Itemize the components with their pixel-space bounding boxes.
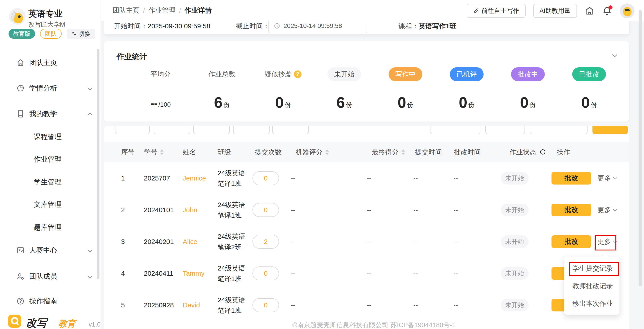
- stat-plagiarism: 疑似抄袭 ? 0份: [252, 41, 314, 122]
- go-write-button[interactable]: 前往自主写作: [467, 4, 526, 18]
- cell-machine-score: --: [291, 270, 295, 277]
- refresh-icon[interactable]: [539, 148, 546, 156]
- notifications-bell[interactable]: [602, 6, 612, 16]
- sidebar-item-guide[interactable]: 操作指南: [0, 293, 97, 309]
- cell-submit-time: --: [413, 301, 418, 309]
- page-scrollbar[interactable]: [638, 10, 642, 286]
- breadcrumb-team-home[interactable]: 团队主页: [112, 6, 140, 15]
- student-table-card: 序号 学号 姓名 班级 提交次数 机器评分 最终得分 提交时间 批改时间 作业状…: [104, 126, 629, 329]
- status-badge: 未开始: [501, 204, 528, 216]
- cell-student-id: 20240411: [144, 270, 173, 277]
- filter-input[interactable]: [193, 126, 230, 134]
- breadcrumb-homework-mgmt[interactable]: 作业管理: [148, 6, 176, 15]
- submit-count-pill[interactable]: 0: [252, 171, 279, 185]
- student-name-link[interactable]: David: [183, 301, 200, 309]
- col-status: 作业状态: [510, 148, 546, 156]
- status-badge: 已机评: [450, 67, 484, 81]
- book-icon: [16, 110, 25, 118]
- help-question-icon[interactable]: ?: [294, 70, 302, 78]
- status-badge: 写作中: [388, 67, 422, 81]
- brand-name: 改写匠: [26, 316, 56, 329]
- help-icon: [16, 297, 25, 305]
- filter-select[interactable]: [530, 126, 588, 134]
- status-badge: 未开始: [501, 236, 528, 248]
- cell-class: 24级英语笔译1班: [218, 294, 245, 316]
- sort-icon[interactable]: [402, 149, 405, 155]
- start-time-value: 2025-09-30 09:59:58: [148, 22, 210, 30]
- sidebar-item-team-members[interactable]: 团队成员: [0, 268, 97, 284]
- sidebar-item-student-mgmt[interactable]: 学生管理: [0, 174, 97, 190]
- more-button[interactable]: 更多: [598, 205, 616, 214]
- sidebar-item-course-mgmt[interactable]: 课程管理: [0, 129, 97, 145]
- menu-item-teacher-reviews[interactable]: 教师批改记录: [564, 277, 620, 295]
- ai-filter-select[interactable]: [430, 126, 480, 134]
- cell-index: 5: [121, 301, 125, 309]
- switch-button[interactable]: 切换: [66, 29, 95, 39]
- status-badge: 未开始: [501, 299, 528, 312]
- student-name-link[interactable]: Alice: [183, 238, 197, 246]
- team-avatar: [9, 8, 26, 25]
- menu-item-student-submissions[interactable]: 学生提交记录: [564, 260, 620, 277]
- status-badge: 批改中: [511, 67, 545, 81]
- filter-input[interactable]: [154, 126, 190, 134]
- sidebar-item-team-home[interactable]: 团队主页: [0, 55, 97, 71]
- col-student-id[interactable]: 学号: [144, 148, 164, 156]
- filter-input[interactable]: [115, 126, 150, 134]
- breadcrumb: 团队主页 / 作业管理 / 作业详情: [112, 0, 212, 21]
- filter-input[interactable]: [233, 126, 270, 134]
- cell-final-score: --: [367, 301, 371, 309]
- filter-select[interactable]: [485, 126, 525, 134]
- review-button[interactable]: 批改: [552, 204, 591, 216]
- submit-count-pill[interactable]: 0: [252, 266, 279, 280]
- review-button[interactable]: 批改: [552, 236, 591, 248]
- chevron-down-icon: [88, 248, 93, 253]
- col-final-score[interactable]: 最终得分: [372, 148, 405, 156]
- edition-badge: 教育版: [8, 29, 35, 39]
- col-index: 序号: [121, 148, 134, 156]
- sidebar-scrollbar[interactable]: [97, 49, 100, 279]
- pencil-icon: [473, 8, 479, 14]
- stat-average: 平均分 -- /100: [130, 41, 191, 122]
- sidebar-item-analytics[interactable]: 学情分析: [0, 80, 97, 96]
- cell-machine-score: --: [291, 206, 295, 214]
- home-icon: [16, 58, 25, 67]
- review-button[interactable]: 批改: [552, 172, 591, 184]
- cell-index: 2: [121, 206, 125, 214]
- ai-usage-button[interactable]: AI助教用量: [533, 4, 577, 18]
- sidebar-item-library-mgmt[interactable]: 文库管理: [0, 197, 97, 212]
- user-avatar[interactable]: [620, 4, 634, 18]
- student-name-link[interactable]: Tammy: [183, 270, 204, 277]
- chevron-down-icon: [613, 239, 617, 243]
- sidebar-item-my-teaching[interactable]: 我的教学: [0, 106, 97, 122]
- cell-submit-time: --: [413, 270, 418, 277]
- student-name-link[interactable]: Jennice: [183, 174, 206, 182]
- team-badge: 团队: [40, 29, 62, 39]
- cell-student-id: 20240101: [144, 206, 174, 214]
- cell-class: 24级英语笔译1班: [218, 200, 245, 220]
- student-name-link[interactable]: John: [183, 206, 197, 214]
- col-machine-score[interactable]: 机器评分: [296, 148, 329, 156]
- submit-count-pill[interactable]: 0: [252, 298, 279, 312]
- home-icon[interactable]: [584, 6, 594, 16]
- sort-icon[interactable]: [326, 149, 329, 155]
- more-dropdown-menu: 学生提交记录 教师批改记录 移出本次作业: [564, 256, 620, 314]
- end-time-label: 截止时间：: [236, 22, 270, 31]
- org-name: 改写匠大学M: [28, 20, 65, 29]
- sort-icon[interactable]: [160, 149, 164, 155]
- more-button[interactable]: 更多: [598, 174, 616, 183]
- submit-count-pill[interactable]: 0: [252, 203, 279, 217]
- cell-class: 24级英语笔译1班: [218, 263, 245, 284]
- filter-input[interactable]: [272, 126, 309, 134]
- submit-count-pill[interactable]: 2: [252, 235, 279, 249]
- sidebar-item-homework-mgmt[interactable]: 作业管理: [0, 152, 97, 167]
- sidebar-item-question-bank-mgmt[interactable]: 题库管理: [0, 220, 97, 236]
- col-name: 姓名: [183, 148, 196, 156]
- sidebar-item-contest-center[interactable]: 大赛中心: [0, 242, 97, 258]
- search-button[interactable]: [592, 126, 628, 134]
- stat-total: 作业总数 6份: [191, 41, 252, 122]
- course-label: 课程：: [398, 22, 419, 31]
- chevron-down-icon: [613, 207, 617, 211]
- cell-submit-time: --: [413, 238, 418, 246]
- menu-item-remove-homework[interactable]: 移出本次作业: [564, 295, 620, 312]
- more-button-row3[interactable]: 更多: [598, 237, 616, 246]
